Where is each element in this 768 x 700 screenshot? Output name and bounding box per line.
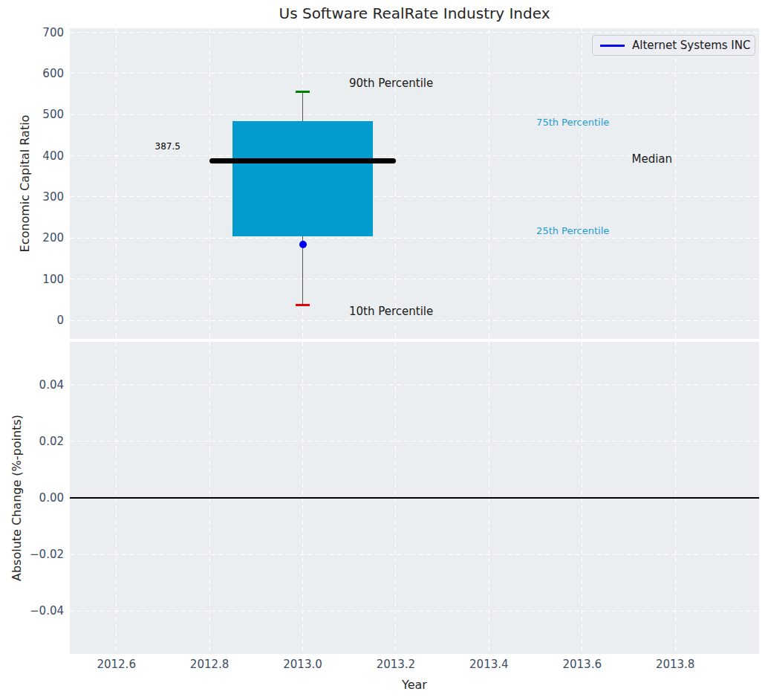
h-gridline bbox=[70, 441, 759, 441]
y-tick-label: 700 bbox=[0, 26, 64, 39]
y-tick-label: 0 bbox=[0, 314, 64, 327]
x-tick-label: 2012.8 bbox=[180, 658, 239, 671]
chart-figure: Us Software RealRate Industry Index 387.… bbox=[0, 0, 768, 700]
y-tick-label: 0.04 bbox=[0, 378, 64, 392]
y-tick-label: 0.02 bbox=[0, 435, 64, 448]
v-gridline bbox=[675, 28, 676, 339]
y-tick-label: 200 bbox=[0, 231, 64, 244]
company-data-point bbox=[299, 241, 307, 248]
h-gridline bbox=[70, 114, 759, 115]
x-tick-label: 2013.4 bbox=[459, 658, 518, 671]
h-gridline bbox=[70, 73, 759, 74]
zero-line bbox=[70, 497, 759, 499]
x-tick-label: 2013.6 bbox=[553, 658, 612, 671]
x-tick-label: 2013.8 bbox=[645, 658, 705, 671]
v-gridline bbox=[395, 28, 396, 339]
y-tick-label: 400 bbox=[0, 149, 64, 163]
x-tick-label: 2013.0 bbox=[273, 658, 333, 671]
x-tick-label: 2012.6 bbox=[87, 658, 146, 671]
legend: Alternet Systems INC bbox=[592, 35, 755, 56]
h-gridline bbox=[70, 238, 759, 239]
top-axes-plot-area: 387.590th Percentile10th Percentile75th … bbox=[70, 28, 759, 339]
y-tick-label: 100 bbox=[0, 273, 64, 286]
v-gridline bbox=[582, 28, 582, 339]
y-tick-label: −0.04 bbox=[0, 604, 64, 618]
v-gridline bbox=[116, 28, 117, 339]
annotation-387-5: 387.5 bbox=[154, 141, 180, 152]
bottom-axes-plot-area bbox=[70, 342, 759, 654]
h-gridline bbox=[70, 554, 759, 555]
p90-cap bbox=[296, 91, 310, 93]
h-gridline bbox=[70, 32, 759, 33]
annotation-median: Median bbox=[632, 152, 673, 166]
x-tick-label: 2013.2 bbox=[366, 658, 426, 671]
h-gridline bbox=[70, 611, 759, 612]
annotation-10th-percentile: 10th Percentile bbox=[349, 305, 433, 318]
h-gridline bbox=[70, 279, 759, 279]
h-gridline bbox=[70, 320, 759, 321]
p10-cap bbox=[296, 304, 310, 306]
y-tick-label: 600 bbox=[0, 67, 64, 80]
h-gridline bbox=[70, 196, 759, 197]
annotation-90th-percentile: 90th Percentile bbox=[349, 77, 433, 90]
y-tick-label: 300 bbox=[0, 190, 64, 204]
v-gridline bbox=[489, 28, 489, 339]
x-axis-label: Year bbox=[70, 678, 759, 692]
h-gridline bbox=[70, 384, 759, 385]
y-tick-label: 0.00 bbox=[0, 491, 64, 505]
iqr-box bbox=[232, 121, 372, 236]
y-tick-label: 500 bbox=[0, 108, 64, 121]
v-gridline bbox=[209, 28, 210, 339]
legend-label: Alternet Systems INC bbox=[632, 39, 750, 52]
annotation-75th-percentile: 75th Percentile bbox=[536, 117, 609, 128]
annotation-25th-percentile: 25th Percentile bbox=[536, 224, 609, 236]
legend-line-swatch bbox=[600, 45, 625, 47]
median-line bbox=[209, 158, 396, 163]
chart-title: Us Software RealRate Industry Index bbox=[70, 4, 759, 22]
y-tick-label: −0.02 bbox=[0, 548, 64, 561]
